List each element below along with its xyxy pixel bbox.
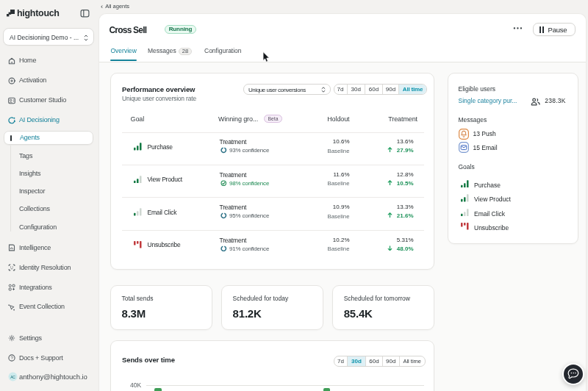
svg-text:?: ? xyxy=(10,356,13,360)
svg-text:AC: AC xyxy=(10,374,15,379)
